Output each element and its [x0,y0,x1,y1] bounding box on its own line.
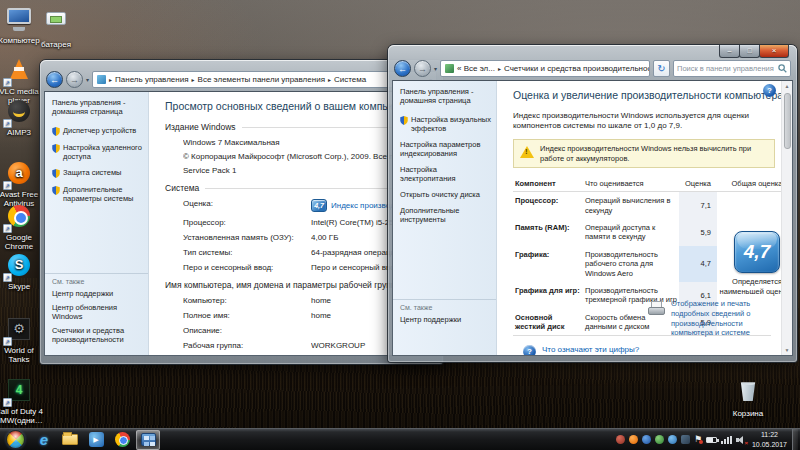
help-link-row: ? Что означают эти цифры? [523,345,693,355]
desktop-icon-skype[interactable]: S ↗ Skype [0,252,45,291]
breadcrumb-collapsed[interactable]: « Все эл... [457,64,495,73]
computer-icon [7,8,31,24]
performance-main-content: ? Оценка и увеличение производительности… [497,81,792,355]
see-also-link-action-center[interactable]: Центр поддержки [52,289,143,298]
sidebar-item-system-protection[interactable]: Защита системы [52,168,143,178]
minimize-button[interactable]: – [719,45,740,58]
sidebar-item-advanced-settings[interactable]: Дополнительные параметры системы [52,185,143,203]
system-breadcrumb-bar[interactable]: ▸ Панель управления ▸ Все элементы панел… [92,71,437,88]
row-label: Компьютер: [183,296,311,305]
tray-avast-icon[interactable] [629,435,638,444]
what-do-numbers-mean-link[interactable]: Что означают эти цифры? [542,345,639,355]
breadcrumb-item[interactable]: Панель управления [115,75,189,84]
breadcrumb-item[interactable]: Все элементы панели управления [198,75,325,84]
print-details-block: Отображение и печать подробных сведений … [648,299,770,338]
taskbar-item-control-panel-active[interactable] [136,430,160,450]
sidebar-item-visual-effects[interactable]: Настройка визуальных эффектов [400,115,491,133]
system-window-titlebar[interactable] [44,60,439,70]
battery-file-icon [46,12,66,25]
taskbar-item-explorer[interactable] [58,430,82,450]
show-desktop-button[interactable] [792,429,798,450]
taskbar-item-chrome[interactable] [110,430,134,450]
sidebar-item-advanced-tools[interactable]: Дополнительные инструменты [400,206,491,224]
search-input[interactable] [677,64,778,73]
close-button[interactable]: × [759,45,789,58]
question-icon: ? [523,345,536,355]
row-label: Описание: [183,326,311,335]
sidebar-item-control-panel-home[interactable]: Панель управления - домашняя страница [52,98,143,116]
print-details-link[interactable]: Отображение и печать подробных сведений … [671,299,770,338]
scroll-down-icon[interactable]: ▼ [785,345,790,355]
uac-shield-icon [52,169,60,178]
sidebar-item-device-manager[interactable]: Диспетчер устройств [52,126,143,136]
volume-muted-icon[interactable]: × [736,436,746,444]
sidebar-item-remote-settings[interactable]: Настройка удаленного доступа [52,143,143,161]
scroll-up-icon[interactable]: ▲ [785,81,790,91]
printer-icon [648,301,665,315]
sidebar-item-control-panel-home[interactable]: Панель управления - домашняя страница [400,87,491,105]
see-also-link-windows-update[interactable]: Центр обновления Windows [52,303,143,321]
see-also-link-performance[interactable]: Счетчики и средства производительности [52,326,143,344]
see-also-section: См. также Центр поддержки Центр обновлен… [45,273,148,349]
performance-breadcrumb-bar[interactable]: « Все эл... ▸ Счетчики и средства произв… [440,60,650,77]
vertical-scrollbar[interactable]: ▲ ▼ [781,81,792,355]
start-button[interactable] [6,430,25,449]
taskbar-item-media-player[interactable]: ▶ [84,430,108,450]
breadcrumb-item[interactable]: Счетчики и средства производительности [504,64,650,73]
tray-app-icon[interactable] [655,435,664,444]
recent-pages-dropdown-icon[interactable]: ▾ [434,65,437,72]
refresh-button[interactable]: ↻ [653,60,670,77]
sidebar-item-power-settings[interactable]: Настройка электропитания [400,165,491,183]
system-icon [97,75,106,84]
row-label: Установленная память (ОЗУ): [183,233,311,242]
help-icon[interactable]: ? [763,84,776,97]
desktop-icon-recycle-bin[interactable]: Корзина [722,378,774,418]
performance-window: – □ × ← → ▾ « Все эл... ▸ Счетчики и сре… [388,45,797,362]
page-title: Просмотр основных сведений о вашем компь… [165,100,426,112]
desktop-icon-label: Корзина [722,409,774,418]
taskbar-item-internet-explorer[interactable]: e [32,430,56,450]
forward-button[interactable]: → [414,60,431,77]
breadcrumb-item[interactable]: Система [334,75,366,84]
breadcrumb-separator-icon: ▸ [328,76,331,83]
desktop-icon-battery[interactable]: батарея [30,6,82,49]
performance-sidebar: Панель управления - домашняя страница На… [393,81,497,355]
desktop-icon-cod4[interactable]: 4 ↗ Call of Duty 4 - MW(одни… [0,377,45,425]
desktop-icon-chrome[interactable]: ↗ Google Chrome [0,203,45,251]
tray-app-icon[interactable] [668,435,677,444]
chrome-icon [115,432,130,447]
shortcut-arrow-icon: ↗ [3,398,12,407]
back-button[interactable]: ← [394,60,411,77]
desktop-icon-world-of-tanks[interactable]: ⚙ ↗ World of Tanks [0,316,45,364]
sidebar-item-label: Панель управления - домашняя страница [52,98,143,116]
action-center-flag-icon[interactable]: ⚑ [694,435,702,444]
scrollbar-thumb[interactable] [784,93,791,149]
back-button[interactable]: ← [46,71,63,88]
component-score: 7,1 [679,192,717,219]
desktop-icon-avast[interactable]: a ↗ Avast Free Antivirus [0,160,45,208]
breadcrumb-separator-icon: ▸ [192,76,195,83]
desktop-icon-label: Call of Duty 4 - MW(одни… [0,407,45,425]
folder-icon [62,434,78,445]
taskbar-clock[interactable]: 11:22 10.05.2017 [752,430,787,449]
warning-icon [520,146,534,158]
sidebar-item-disk-cleanup[interactable]: Открыть очистку диска [400,190,491,199]
network-signal-icon[interactable] [721,436,732,444]
sidebar-item-label: Диспетчер устройств [63,126,136,136]
performance-window-titlebar[interactable]: – □ × [392,45,793,59]
column-header: Оценка [679,176,717,192]
shortcut-arrow-icon: ↗ [3,224,12,233]
desktop-icon-label: World of Tanks [0,346,45,364]
tray-bluetooth-icon[interactable] [642,435,651,444]
forward-button[interactable]: → [66,71,83,88]
tray-app-icon[interactable] [681,435,690,444]
battery-status-icon[interactable] [706,437,717,443]
desktop-icon-aimp3[interactable]: ↗ AIMP3 [0,98,45,137]
tray-app-icon[interactable] [616,435,625,444]
sidebar-item-indexing-options[interactable]: Настройка параметров индексирования [400,140,491,158]
maximize-button[interactable]: □ [739,45,760,58]
see-also-link-action-center[interactable]: Центр поддержки [400,315,491,324]
component-name: Процессор: [513,192,583,219]
recent-pages-dropdown-icon[interactable]: ▾ [86,76,89,83]
component-name: Память (RAM): [513,219,583,246]
